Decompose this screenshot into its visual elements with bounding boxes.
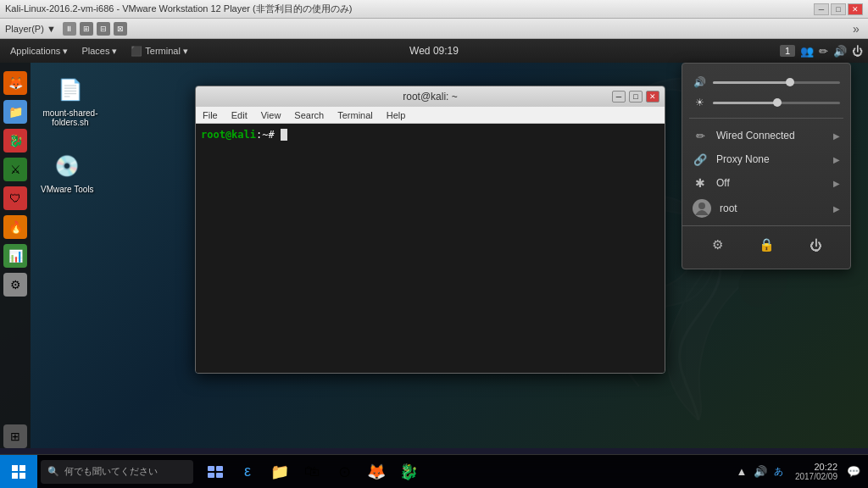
panel-power-icon[interactable]: ⏻ <box>852 45 863 58</box>
terminal-menu-help[interactable]: Help <box>383 109 409 121</box>
taskbar-app6[interactable]: 🐉 <box>393 457 424 487</box>
terminal-title: root@kali: ~ <box>403 91 458 103</box>
vmware-minimize-button[interactable]: ─ <box>814 3 829 15</box>
tray-ime-icon[interactable]: あ <box>771 464 787 480</box>
search-icon: 🔍 <box>47 466 59 477</box>
tray-item-user[interactable]: root ▶ <box>682 195 850 222</box>
tray-divider-1 <box>689 118 843 119</box>
taskbar-app5[interactable]: 🦊 <box>361 457 392 487</box>
expand-button[interactable]: » <box>849 22 863 36</box>
user-arrow: ▶ <box>833 204 840 214</box>
tray-power-icon[interactable]: ⏻ <box>804 233 827 257</box>
dock-firefox[interactable]: 🦊 <box>3 71 27 95</box>
places-menu[interactable]: Places ▾ <box>76 44 122 58</box>
wired-icon: ✏ <box>693 128 708 143</box>
wired-label: Wired Connected <box>716 130 825 141</box>
terminal-menu-edit[interactable]: Edit <box>228 109 251 121</box>
taskbar-chrome[interactable]: ⊙ <box>329 457 359 487</box>
windows-logo-icon <box>12 465 25 479</box>
vmware-close-button[interactable]: ✕ <box>848 3 863 15</box>
proxy-label: Proxy None <box>716 153 825 165</box>
dock-app5[interactable]: 📊 <box>3 244 27 268</box>
vmware-titlebar: Kali-Linux-2016.2-vm-i686 - VMware Works… <box>0 0 868 19</box>
terminal-cursor <box>281 129 287 141</box>
dock-app4[interactable]: 🔥 <box>3 215 27 239</box>
terminal-menu-terminal[interactable]: Terminal <box>334 109 376 121</box>
taskbar-edge[interactable]: ε <box>232 457 263 487</box>
terminal-window-controls: ─ □ ✕ <box>612 91 659 103</box>
terminal-menu-search[interactable]: Search <box>291 109 327 121</box>
taskbar-clock[interactable]: 20:22 2017/02/09 <box>790 462 843 481</box>
tray-item-wired[interactable]: ✏ Wired Connected ▶ <box>682 124 850 147</box>
dock-app6[interactable]: ⚙ <box>3 273 27 297</box>
terminal-prompt: root@kali <box>201 129 256 141</box>
taskbar-store[interactable]: 🛍 <box>297 457 327 487</box>
terminal-maximize[interactable]: □ <box>629 91 643 103</box>
desktop-icon-vmware[interactable]: 💿 VMware Tools <box>41 149 94 194</box>
terminal-close[interactable]: ✕ <box>646 91 659 103</box>
taskbar-system-tray: ▲ 🔊 あ 20:22 2017/02/09 💬 <box>734 462 868 481</box>
svg-rect-4 <box>12 465 18 471</box>
player-menu[interactable]: Player(P) ▼ <box>5 24 56 34</box>
terminal-menu[interactable]: ⬛ Terminal ▾ <box>125 44 192 58</box>
user-label: root <box>720 202 825 214</box>
tray-expand-icon[interactable]: ▲ <box>734 464 749 480</box>
tray-item-bluetooth[interactable]: ✱ Off ▶ <box>682 171 850 195</box>
tray-item-proxy[interactable]: 🔗 Proxy None ▶ <box>682 147 850 171</box>
tray-volume-taskbar[interactable]: 🔊 <box>753 464 768 480</box>
terminal-minimize[interactable]: ─ <box>612 91 626 103</box>
panel-users-icon[interactable]: 👥 <box>800 45 814 58</box>
snap1-icon[interactable]: ⊞ <box>80 22 93 36</box>
user-avatar <box>693 199 711 218</box>
volume-slider[interactable] <box>713 81 840 84</box>
system-tray-popup: 🔊 ☀ ✏ Wired Connected ▶ 🔗 Proxy None ▶ <box>682 63 851 269</box>
script-icon-label: mount-shared-folders.sh <box>41 108 100 127</box>
vmware-restore-button[interactable]: □ <box>831 3 846 15</box>
tray-notification-icon[interactable]: 💬 <box>846 464 861 480</box>
taskbar-search-box[interactable]: 🔍 何でも聞いてください <box>41 460 193 484</box>
panel-volume-icon[interactable]: 🔊 <box>833 45 847 58</box>
tray-settings-icon[interactable]: ⚙ <box>705 233 729 257</box>
terminal-menu-file[interactable]: File <box>199 109 221 121</box>
vmware-title: Kali-Linux-2016.2-vm-i686 - VMware Works… <box>5 3 352 15</box>
panel-edit-icon[interactable]: ✏ <box>819 45 828 58</box>
terminal-menu-view[interactable]: View <box>258 109 285 121</box>
dock-app2[interactable]: ⚔ <box>3 158 27 181</box>
svg-rect-8 <box>208 466 214 471</box>
taskbar-app-icons: ε 📁 🛍 ⊙ 🦊 🐉 <box>200 457 424 487</box>
volume-slider-fill <box>713 81 789 84</box>
wired-arrow: ▶ <box>833 131 840 141</box>
pause-icon[interactable]: ⏸ <box>63 22 76 36</box>
snap2-icon[interactable]: ⊟ <box>97 22 110 36</box>
taskbar-task-view[interactable] <box>200 457 231 487</box>
vmware-window-controls: ─ □ ✕ <box>814 3 863 15</box>
desktop-icon-script[interactable]: 📄 mount-shared-folders.sh <box>41 73 100 127</box>
vmware-toolbar: Player(P) ▼ ⏸ ⊞ ⊟ ⊠ » <box>0 19 868 39</box>
bluetooth-icon: ✱ <box>693 175 708 191</box>
proxy-icon: 🔗 <box>693 152 708 167</box>
tray-lock-icon[interactable]: 🔒 <box>754 233 778 257</box>
terminal-body[interactable]: root@kali:~# <box>196 124 665 373</box>
brightness-slider[interactable] <box>713 102 840 104</box>
snap3-icon[interactable]: ⊠ <box>114 22 127 36</box>
dock-app3[interactable]: 🛡 <box>3 186 27 210</box>
dock-apps-grid[interactable]: ⊞ <box>3 424 27 448</box>
vmware-tools-icon: 💿 <box>50 149 84 183</box>
volume-slider-icon: 🔊 <box>693 75 706 89</box>
dock-files[interactable]: 📁 <box>3 100 27 124</box>
vmware-toolbar-icons: ⏸ ⊞ ⊟ ⊠ <box>63 22 127 36</box>
panel-workspace-num[interactable]: 1 <box>780 45 795 57</box>
dock-app1[interactable]: 🐉 <box>3 129 27 152</box>
vmware-tools-label: VMware Tools <box>41 185 94 194</box>
proxy-arrow: ▶ <box>833 155 840 164</box>
bluetooth-arrow: ▶ <box>833 179 840 188</box>
volume-slider-row: 🔊 <box>682 72 850 92</box>
applications-menu[interactable]: Applications ▾ <box>5 44 73 58</box>
script-file-icon: 📄 <box>53 73 87 107</box>
panel-right-area: 1 👥 ✏ 🔊 ⏻ <box>780 45 863 58</box>
bluetooth-label: Off <box>716 177 825 189</box>
svg-rect-10 <box>208 473 214 478</box>
taskbar-time: 20:22 <box>795 462 837 472</box>
taskbar-explorer[interactable]: 📁 <box>264 457 295 487</box>
windows-start-button[interactable] <box>0 455 37 489</box>
